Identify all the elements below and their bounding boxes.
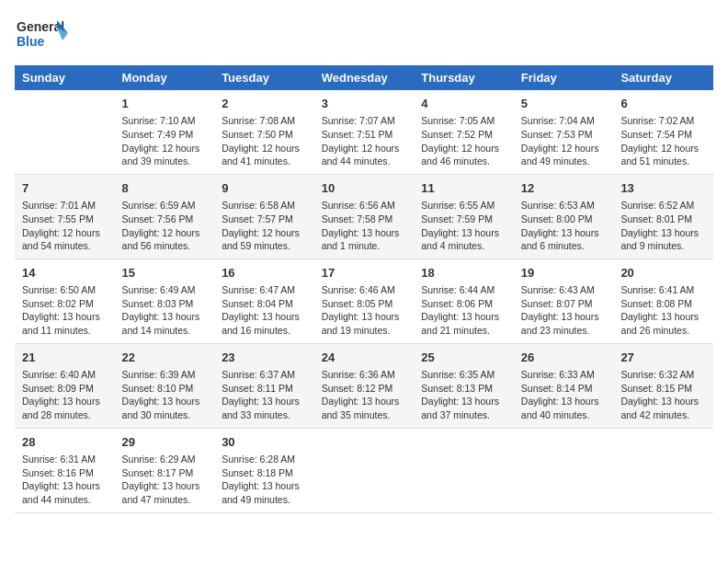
- cell-info: Sunrise: 6:28 AM Sunset: 8:18 PM Dayligh…: [222, 453, 307, 507]
- calendar-body: 1Sunrise: 7:10 AM Sunset: 7:49 PM Daylig…: [15, 90, 713, 512]
- calendar-cell: 1Sunrise: 7:10 AM Sunset: 7:49 PM Daylig…: [115, 90, 215, 174]
- calendar-cell: [314, 428, 415, 512]
- day-number: 5: [521, 96, 607, 112]
- day-number: 24: [322, 350, 407, 366]
- calendar-cell: 8Sunrise: 6:59 AM Sunset: 7:56 PM Daylig…: [115, 174, 215, 259]
- col-header-saturday: Saturday: [613, 65, 713, 90]
- col-header-tuesday: Tuesday: [214, 65, 314, 90]
- col-header-wednesday: Wednesday: [314, 65, 415, 90]
- calendar-header: SundayMondayTuesdayWednesdayThursdayFrid…: [15, 65, 713, 90]
- day-number: 8: [122, 180, 208, 197]
- day-number: 12: [521, 180, 607, 197]
- day-number: 1: [122, 96, 208, 112]
- day-number: 25: [421, 350, 506, 366]
- cell-info: Sunrise: 6:44 AM Sunset: 8:06 PM Dayligh…: [421, 283, 506, 338]
- calendar-cell: 18Sunrise: 6:44 AM Sunset: 8:06 PM Dayli…: [414, 259, 514, 343]
- day-number: 2: [222, 96, 307, 112]
- cell-info: Sunrise: 7:08 AM Sunset: 7:50 PM Dayligh…: [222, 114, 307, 168]
- week-row-1: 1Sunrise: 7:10 AM Sunset: 7:49 PM Daylig…: [15, 90, 713, 174]
- calendar-cell: 7Sunrise: 7:01 AM Sunset: 7:55 PM Daylig…: [15, 174, 115, 259]
- day-number: 28: [22, 434, 108, 451]
- calendar-cell: 21Sunrise: 6:40 AM Sunset: 8:09 PM Dayli…: [15, 343, 115, 428]
- week-row-3: 14Sunrise: 6:50 AM Sunset: 8:02 PM Dayli…: [15, 259, 713, 343]
- calendar-cell: 13Sunrise: 6:52 AM Sunset: 8:01 PM Dayli…: [613, 174, 713, 259]
- calendar-cell: 11Sunrise: 6:55 AM Sunset: 7:59 PM Dayli…: [414, 174, 514, 259]
- calendar-cell: 24Sunrise: 6:36 AM Sunset: 8:12 PM Dayli…: [314, 343, 415, 428]
- calendar-cell: 29Sunrise: 6:29 AM Sunset: 8:17 PM Dayli…: [115, 428, 215, 512]
- day-number: 9: [222, 180, 307, 197]
- cell-info: Sunrise: 6:53 AM Sunset: 8:00 PM Dayligh…: [521, 199, 607, 253]
- day-number: 3: [322, 96, 407, 112]
- calendar-cell: 3Sunrise: 7:07 AM Sunset: 7:51 PM Daylig…: [314, 90, 415, 174]
- col-header-sunday: Sunday: [15, 65, 115, 90]
- day-number: 30: [222, 434, 307, 451]
- day-number: 19: [521, 265, 607, 282]
- calendar-cell: 23Sunrise: 6:37 AM Sunset: 8:11 PM Dayli…: [214, 343, 314, 428]
- day-number: 7: [22, 180, 108, 197]
- page-header: GeneralBlue: [15, 15, 713, 56]
- day-number: 21: [22, 350, 108, 366]
- cell-info: Sunrise: 6:31 AM Sunset: 8:16 PM Dayligh…: [22, 453, 108, 507]
- cell-info: Sunrise: 6:41 AM Sunset: 8:08 PM Dayligh…: [620, 283, 706, 338]
- cell-info: Sunrise: 6:55 AM Sunset: 7:59 PM Dayligh…: [421, 199, 506, 253]
- day-number: 11: [421, 180, 506, 197]
- week-row-2: 7Sunrise: 7:01 AM Sunset: 7:55 PM Daylig…: [15, 174, 713, 259]
- col-header-monday: Monday: [115, 65, 215, 90]
- cell-info: Sunrise: 6:50 AM Sunset: 8:02 PM Dayligh…: [22, 283, 108, 338]
- logo: GeneralBlue: [15, 15, 70, 56]
- day-number: 17: [322, 265, 407, 282]
- calendar-cell: 6Sunrise: 7:02 AM Sunset: 7:54 PM Daylig…: [613, 90, 713, 174]
- cell-info: Sunrise: 6:46 AM Sunset: 8:05 PM Dayligh…: [322, 283, 407, 338]
- calendar-cell: [514, 428, 614, 512]
- calendar-cell: 17Sunrise: 6:46 AM Sunset: 8:05 PM Dayli…: [314, 259, 415, 343]
- calendar-cell: [613, 428, 713, 512]
- cell-info: Sunrise: 7:02 AM Sunset: 7:54 PM Dayligh…: [620, 114, 706, 168]
- calendar-cell: 22Sunrise: 6:39 AM Sunset: 8:10 PM Dayli…: [115, 343, 215, 428]
- calendar-cell: 15Sunrise: 6:49 AM Sunset: 8:03 PM Dayli…: [115, 259, 215, 343]
- cell-info: Sunrise: 7:04 AM Sunset: 7:53 PM Dayligh…: [521, 114, 607, 168]
- calendar-cell: 19Sunrise: 6:43 AM Sunset: 8:07 PM Dayli…: [514, 259, 614, 343]
- calendar-cell: 14Sunrise: 6:50 AM Sunset: 8:02 PM Dayli…: [15, 259, 115, 343]
- calendar-cell: 10Sunrise: 6:56 AM Sunset: 7:58 PM Dayli…: [314, 174, 415, 259]
- calendar-table: SundayMondayTuesdayWednesdayThursdayFrid…: [15, 65, 713, 513]
- cell-info: Sunrise: 7:01 AM Sunset: 7:55 PM Dayligh…: [22, 199, 108, 253]
- cell-info: Sunrise: 7:05 AM Sunset: 7:52 PM Dayligh…: [421, 114, 506, 168]
- cell-info: Sunrise: 6:59 AM Sunset: 7:56 PM Dayligh…: [122, 199, 208, 253]
- day-number: 18: [421, 265, 506, 282]
- cell-info: Sunrise: 6:56 AM Sunset: 7:58 PM Dayligh…: [322, 199, 407, 253]
- calendar-cell: 5Sunrise: 7:04 AM Sunset: 7:53 PM Daylig…: [514, 90, 614, 174]
- day-number: 10: [322, 180, 407, 197]
- col-header-friday: Friday: [514, 65, 614, 90]
- header-row: SundayMondayTuesdayWednesdayThursdayFrid…: [15, 65, 713, 90]
- calendar-cell: 27Sunrise: 6:32 AM Sunset: 8:15 PM Dayli…: [613, 343, 713, 428]
- cell-info: Sunrise: 6:52 AM Sunset: 8:01 PM Dayligh…: [620, 199, 706, 253]
- day-number: 14: [22, 265, 108, 282]
- day-number: 22: [122, 350, 208, 366]
- logo-icon: GeneralBlue: [15, 15, 70, 56]
- cell-info: Sunrise: 6:37 AM Sunset: 8:11 PM Dayligh…: [222, 368, 307, 422]
- week-row-4: 21Sunrise: 6:40 AM Sunset: 8:09 PM Dayli…: [15, 343, 713, 428]
- day-number: 13: [620, 180, 706, 197]
- cell-info: Sunrise: 7:07 AM Sunset: 7:51 PM Dayligh…: [322, 114, 407, 168]
- calendar-cell: 4Sunrise: 7:05 AM Sunset: 7:52 PM Daylig…: [414, 90, 514, 174]
- calendar-cell: 16Sunrise: 6:47 AM Sunset: 8:04 PM Dayli…: [214, 259, 314, 343]
- day-number: 15: [122, 265, 208, 282]
- col-header-thursday: Thursday: [414, 65, 514, 90]
- calendar-cell: 28Sunrise: 6:31 AM Sunset: 8:16 PM Dayli…: [15, 428, 115, 512]
- cell-info: Sunrise: 6:39 AM Sunset: 8:10 PM Dayligh…: [122, 368, 208, 422]
- cell-info: Sunrise: 7:10 AM Sunset: 7:49 PM Dayligh…: [122, 114, 208, 168]
- calendar-cell: [414, 428, 514, 512]
- cell-info: Sunrise: 6:47 AM Sunset: 8:04 PM Dayligh…: [222, 283, 307, 338]
- day-number: 29: [122, 434, 208, 451]
- calendar-cell: 25Sunrise: 6:35 AM Sunset: 8:13 PM Dayli…: [414, 343, 514, 428]
- day-number: 20: [620, 265, 706, 282]
- day-number: 4: [421, 96, 506, 112]
- cell-info: Sunrise: 6:35 AM Sunset: 8:13 PM Dayligh…: [421, 368, 506, 422]
- day-number: 16: [222, 265, 307, 282]
- day-number: 23: [222, 350, 307, 366]
- calendar-cell: 30Sunrise: 6:28 AM Sunset: 8:18 PM Dayli…: [214, 428, 314, 512]
- cell-info: Sunrise: 6:40 AM Sunset: 8:09 PM Dayligh…: [22, 368, 108, 422]
- calendar-cell: 9Sunrise: 6:58 AM Sunset: 7:57 PM Daylig…: [214, 174, 314, 259]
- calendar-cell: 2Sunrise: 7:08 AM Sunset: 7:50 PM Daylig…: [214, 90, 314, 174]
- calendar-cell: 26Sunrise: 6:33 AM Sunset: 8:14 PM Dayli…: [514, 343, 614, 428]
